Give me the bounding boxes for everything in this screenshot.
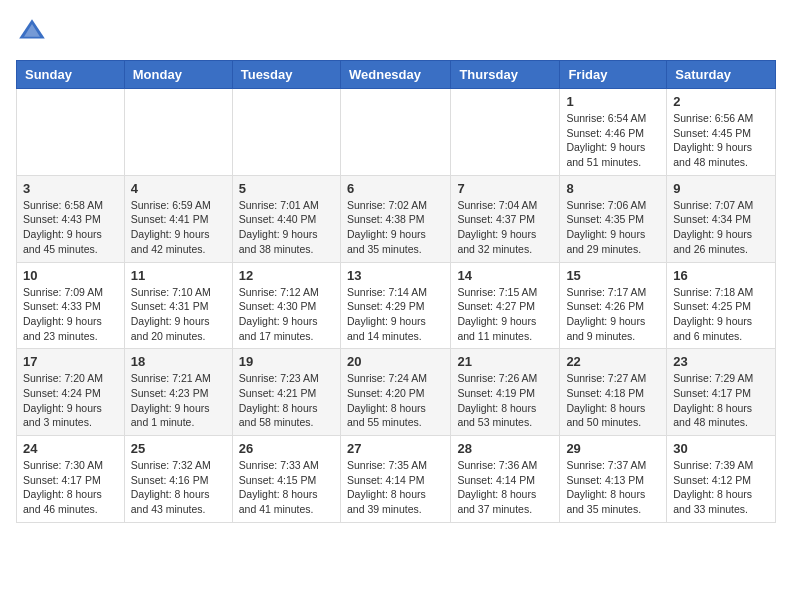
calendar-cell: 25Sunrise: 7:32 AM Sunset: 4:16 PM Dayli… xyxy=(124,436,232,523)
calendar-cell: 26Sunrise: 7:33 AM Sunset: 4:15 PM Dayli… xyxy=(232,436,340,523)
day-info: Sunrise: 7:09 AM Sunset: 4:33 PM Dayligh… xyxy=(23,285,118,344)
calendar-cell: 12Sunrise: 7:12 AM Sunset: 4:30 PM Dayli… xyxy=(232,262,340,349)
day-number: 24 xyxy=(23,441,118,456)
day-info: Sunrise: 7:06 AM Sunset: 4:35 PM Dayligh… xyxy=(566,198,660,257)
day-number: 25 xyxy=(131,441,226,456)
calendar-cell: 22Sunrise: 7:27 AM Sunset: 4:18 PM Dayli… xyxy=(560,349,667,436)
calendar-cell: 6Sunrise: 7:02 AM Sunset: 4:38 PM Daylig… xyxy=(340,175,450,262)
calendar-cell: 16Sunrise: 7:18 AM Sunset: 4:25 PM Dayli… xyxy=(667,262,776,349)
calendar-cell xyxy=(340,89,450,176)
calendar-cell: 5Sunrise: 7:01 AM Sunset: 4:40 PM Daylig… xyxy=(232,175,340,262)
calendar-cell: 18Sunrise: 7:21 AM Sunset: 4:23 PM Dayli… xyxy=(124,349,232,436)
day-info: Sunrise: 6:56 AM Sunset: 4:45 PM Dayligh… xyxy=(673,111,769,170)
day-number: 18 xyxy=(131,354,226,369)
day-number: 2 xyxy=(673,94,769,109)
day-number: 8 xyxy=(566,181,660,196)
calendar-cell: 9Sunrise: 7:07 AM Sunset: 4:34 PM Daylig… xyxy=(667,175,776,262)
calendar-table: SundayMondayTuesdayWednesdayThursdayFrid… xyxy=(16,60,776,523)
day-info: Sunrise: 7:35 AM Sunset: 4:14 PM Dayligh… xyxy=(347,458,444,517)
calendar-week-row: 1Sunrise: 6:54 AM Sunset: 4:46 PM Daylig… xyxy=(17,89,776,176)
day-info: Sunrise: 7:15 AM Sunset: 4:27 PM Dayligh… xyxy=(457,285,553,344)
day-number: 14 xyxy=(457,268,553,283)
logo-icon xyxy=(16,16,48,48)
day-number: 20 xyxy=(347,354,444,369)
calendar-cell: 2Sunrise: 6:56 AM Sunset: 4:45 PM Daylig… xyxy=(667,89,776,176)
calendar-cell xyxy=(232,89,340,176)
weekday-header: Wednesday xyxy=(340,61,450,89)
weekday-header: Sunday xyxy=(17,61,125,89)
day-info: Sunrise: 7:37 AM Sunset: 4:13 PM Dayligh… xyxy=(566,458,660,517)
weekday-header: Saturday xyxy=(667,61,776,89)
day-info: Sunrise: 7:02 AM Sunset: 4:38 PM Dayligh… xyxy=(347,198,444,257)
day-number: 5 xyxy=(239,181,334,196)
calendar-cell: 3Sunrise: 6:58 AM Sunset: 4:43 PM Daylig… xyxy=(17,175,125,262)
day-number: 13 xyxy=(347,268,444,283)
calendar-cell: 1Sunrise: 6:54 AM Sunset: 4:46 PM Daylig… xyxy=(560,89,667,176)
weekday-header: Thursday xyxy=(451,61,560,89)
day-number: 10 xyxy=(23,268,118,283)
weekday-header: Friday xyxy=(560,61,667,89)
day-info: Sunrise: 7:39 AM Sunset: 4:12 PM Dayligh… xyxy=(673,458,769,517)
day-info: Sunrise: 7:10 AM Sunset: 4:31 PM Dayligh… xyxy=(131,285,226,344)
day-info: Sunrise: 7:33 AM Sunset: 4:15 PM Dayligh… xyxy=(239,458,334,517)
day-number: 29 xyxy=(566,441,660,456)
calendar-cell: 27Sunrise: 7:35 AM Sunset: 4:14 PM Dayli… xyxy=(340,436,450,523)
day-info: Sunrise: 7:23 AM Sunset: 4:21 PM Dayligh… xyxy=(239,371,334,430)
weekday-header: Monday xyxy=(124,61,232,89)
day-info: Sunrise: 6:58 AM Sunset: 4:43 PM Dayligh… xyxy=(23,198,118,257)
day-number: 27 xyxy=(347,441,444,456)
day-number: 12 xyxy=(239,268,334,283)
day-info: Sunrise: 7:12 AM Sunset: 4:30 PM Dayligh… xyxy=(239,285,334,344)
day-info: Sunrise: 7:27 AM Sunset: 4:18 PM Dayligh… xyxy=(566,371,660,430)
calendar-week-row: 17Sunrise: 7:20 AM Sunset: 4:24 PM Dayli… xyxy=(17,349,776,436)
day-number: 23 xyxy=(673,354,769,369)
calendar-cell: 8Sunrise: 7:06 AM Sunset: 4:35 PM Daylig… xyxy=(560,175,667,262)
day-info: Sunrise: 6:54 AM Sunset: 4:46 PM Dayligh… xyxy=(566,111,660,170)
calendar-cell: 14Sunrise: 7:15 AM Sunset: 4:27 PM Dayli… xyxy=(451,262,560,349)
day-info: Sunrise: 7:20 AM Sunset: 4:24 PM Dayligh… xyxy=(23,371,118,430)
calendar-cell xyxy=(451,89,560,176)
calendar-cell: 13Sunrise: 7:14 AM Sunset: 4:29 PM Dayli… xyxy=(340,262,450,349)
calendar-cell: 29Sunrise: 7:37 AM Sunset: 4:13 PM Dayli… xyxy=(560,436,667,523)
day-info: Sunrise: 7:04 AM Sunset: 4:37 PM Dayligh… xyxy=(457,198,553,257)
day-number: 6 xyxy=(347,181,444,196)
day-number: 28 xyxy=(457,441,553,456)
calendar-cell xyxy=(124,89,232,176)
calendar-cell: 20Sunrise: 7:24 AM Sunset: 4:20 PM Dayli… xyxy=(340,349,450,436)
calendar-cell: 24Sunrise: 7:30 AM Sunset: 4:17 PM Dayli… xyxy=(17,436,125,523)
day-info: Sunrise: 7:14 AM Sunset: 4:29 PM Dayligh… xyxy=(347,285,444,344)
day-number: 16 xyxy=(673,268,769,283)
day-number: 1 xyxy=(566,94,660,109)
calendar-cell: 11Sunrise: 7:10 AM Sunset: 4:31 PM Dayli… xyxy=(124,262,232,349)
day-number: 4 xyxy=(131,181,226,196)
day-number: 9 xyxy=(673,181,769,196)
day-info: Sunrise: 7:17 AM Sunset: 4:26 PM Dayligh… xyxy=(566,285,660,344)
day-number: 30 xyxy=(673,441,769,456)
day-info: Sunrise: 7:36 AM Sunset: 4:14 PM Dayligh… xyxy=(457,458,553,517)
day-number: 15 xyxy=(566,268,660,283)
calendar-cell: 10Sunrise: 7:09 AM Sunset: 4:33 PM Dayli… xyxy=(17,262,125,349)
calendar-cell: 4Sunrise: 6:59 AM Sunset: 4:41 PM Daylig… xyxy=(124,175,232,262)
day-info: Sunrise: 7:07 AM Sunset: 4:34 PM Dayligh… xyxy=(673,198,769,257)
day-number: 26 xyxy=(239,441,334,456)
calendar-cell: 15Sunrise: 7:17 AM Sunset: 4:26 PM Dayli… xyxy=(560,262,667,349)
day-info: Sunrise: 7:18 AM Sunset: 4:25 PM Dayligh… xyxy=(673,285,769,344)
logo xyxy=(16,16,52,48)
calendar-cell: 17Sunrise: 7:20 AM Sunset: 4:24 PM Dayli… xyxy=(17,349,125,436)
day-info: Sunrise: 6:59 AM Sunset: 4:41 PM Dayligh… xyxy=(131,198,226,257)
day-info: Sunrise: 7:30 AM Sunset: 4:17 PM Dayligh… xyxy=(23,458,118,517)
calendar-cell xyxy=(17,89,125,176)
calendar-cell: 23Sunrise: 7:29 AM Sunset: 4:17 PM Dayli… xyxy=(667,349,776,436)
calendar-cell: 21Sunrise: 7:26 AM Sunset: 4:19 PM Dayli… xyxy=(451,349,560,436)
calendar-header-row: SundayMondayTuesdayWednesdayThursdayFrid… xyxy=(17,61,776,89)
calendar-cell: 7Sunrise: 7:04 AM Sunset: 4:37 PM Daylig… xyxy=(451,175,560,262)
day-info: Sunrise: 7:26 AM Sunset: 4:19 PM Dayligh… xyxy=(457,371,553,430)
day-info: Sunrise: 7:01 AM Sunset: 4:40 PM Dayligh… xyxy=(239,198,334,257)
day-info: Sunrise: 7:29 AM Sunset: 4:17 PM Dayligh… xyxy=(673,371,769,430)
calendar-cell: 28Sunrise: 7:36 AM Sunset: 4:14 PM Dayli… xyxy=(451,436,560,523)
day-number: 3 xyxy=(23,181,118,196)
day-number: 19 xyxy=(239,354,334,369)
day-info: Sunrise: 7:24 AM Sunset: 4:20 PM Dayligh… xyxy=(347,371,444,430)
calendar-cell: 30Sunrise: 7:39 AM Sunset: 4:12 PM Dayli… xyxy=(667,436,776,523)
calendar-week-row: 3Sunrise: 6:58 AM Sunset: 4:43 PM Daylig… xyxy=(17,175,776,262)
